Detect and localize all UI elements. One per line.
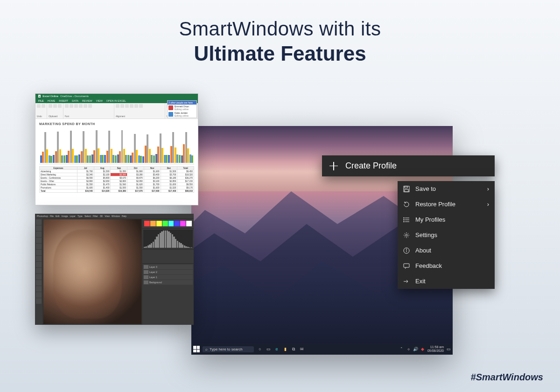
menu-item-exit[interactable]: Exit	[398, 273, 495, 289]
menu-item[interactable]: File	[50, 215, 54, 217]
tool-button[interactable]	[36, 262, 42, 267]
menu-item-label: Settings	[415, 231, 437, 238]
menu-item[interactable]: View	[105, 215, 110, 217]
menu-item-label: Save to	[415, 185, 436, 192]
tool-button[interactable]	[36, 244, 42, 249]
context-menu: Save to › Restore Profile › My Profiles …	[398, 181, 495, 289]
tray-volume-icon[interactable]: 🔊	[413, 347, 418, 351]
swatch[interactable]	[186, 221, 192, 226]
tool-button[interactable]	[36, 225, 42, 231]
info-icon	[403, 247, 410, 254]
tool-button[interactable]	[36, 219, 42, 225]
menu-item[interactable]: Image	[62, 215, 68, 217]
tool-button[interactable]	[36, 268, 42, 273]
menu-item-about[interactable]: About	[398, 243, 495, 258]
menu-item[interactable]: Window	[112, 215, 120, 217]
tray-network-icon[interactable]: ⟐	[406, 347, 411, 351]
swatch[interactable]	[168, 221, 174, 226]
ribbon-tab[interactable]: INSERT	[59, 99, 68, 102]
bar-chart	[39, 127, 194, 164]
svg-point-7	[404, 219, 405, 220]
menu-item-settings[interactable]: Settings	[398, 227, 495, 243]
create-profile-button[interactable]: Create Profile	[322, 155, 495, 176]
tool-button[interactable]	[36, 238, 42, 243]
swatch[interactable]	[144, 221, 150, 226]
tool-palette	[35, 218, 42, 325]
histogram-panel	[142, 228, 194, 249]
menu-item-restore-profile[interactable]: Restore Profile ›	[398, 196, 495, 212]
svg-rect-13	[404, 264, 409, 267]
swatch[interactable]	[174, 221, 180, 226]
tray-app-icon[interactable]: ◆	[420, 347, 425, 351]
search-icon: ⌕	[205, 347, 208, 351]
avatar	[168, 105, 173, 110]
taskbar-clock[interactable]: 11:58 am 05/08/2020	[427, 345, 444, 352]
ribbon-tab[interactable]: DATA	[72, 99, 78, 102]
taskbar: ⌕ Type here to search ○ ▭ e ▮ ⧉ ✉ ˄ ⟐ 🔊 …	[191, 343, 453, 355]
heading-line-2: Ultimate Features	[0, 42, 560, 65]
search-placeholder: Type here to search	[210, 347, 243, 351]
plus-icon	[329, 162, 338, 170]
chart-title: MARKETING SPEND BY MONTH	[39, 122, 194, 126]
taskbar-search[interactable]: ⌕ Type here to search	[203, 346, 254, 352]
presence-user: Emmett OrtonEditing online	[168, 105, 196, 111]
ribbon-tab[interactable]: FILE	[38, 99, 44, 102]
action-center-icon[interactable]: ▭	[446, 347, 451, 351]
layer-row[interactable]: Layer 2	[143, 270, 193, 274]
menu-item-feedback[interactable]: Feedback	[398, 258, 495, 273]
menu-item[interactable]: Filter	[93, 215, 98, 217]
restore-icon	[403, 201, 410, 208]
layer-row[interactable]: Layer 3	[143, 265, 193, 269]
ribbon-tab[interactable]: REVIEW	[82, 99, 92, 102]
explorer-icon[interactable]: ▮	[283, 347, 287, 351]
tool-button[interactable]	[36, 292, 42, 298]
cortana-icon[interactable]: ○	[258, 347, 262, 351]
menu-item[interactable]: Layer	[70, 215, 76, 217]
swatch[interactable]	[180, 221, 186, 226]
excel-app-name: Excel Online	[42, 95, 58, 98]
tool-button[interactable]	[36, 256, 42, 261]
swatch[interactable]	[156, 221, 162, 226]
menu-item[interactable]: Photoshop	[37, 215, 48, 217]
swatch[interactable]	[162, 221, 168, 226]
layer-row[interactable]: Layer 1	[143, 275, 193, 280]
start-button[interactable]	[193, 346, 200, 352]
data-table: ExpensesJulAugSepOctNovDecTotalAdvertisi…	[39, 166, 194, 193]
canvas[interactable]	[43, 219, 141, 324]
heading-line-1: SmartWindows with its	[0, 18, 560, 40]
ribbon-tab[interactable]: OPEN IN EXCEL	[106, 99, 126, 102]
menu-item[interactable]: Select	[84, 215, 91, 217]
tool-button[interactable]	[36, 250, 42, 255]
layer-row[interactable]: Background	[143, 280, 193, 285]
mail-icon[interactable]: ✉	[300, 347, 304, 351]
menu-item[interactable]: 3D	[100, 215, 103, 217]
chevron-right-icon: ›	[487, 201, 489, 208]
presence-header: 2 other people are here	[168, 101, 196, 105]
svg-point-6	[404, 217, 405, 218]
swatch[interactable]	[150, 221, 156, 226]
tool-button[interactable]	[36, 280, 42, 286]
store-icon[interactable]: ⧉	[291, 347, 296, 351]
menu-item[interactable]: Help	[122, 215, 126, 217]
menu-item-save-to[interactable]: Save to ›	[398, 181, 495, 196]
excel-window: x Excel Online OneDrive › Documents FILE…	[35, 93, 198, 205]
svg-point-12	[406, 249, 406, 249]
tool-button[interactable]	[36, 298, 42, 304]
create-profile-label: Create Profile	[345, 161, 397, 171]
tool-button[interactable]	[36, 231, 42, 237]
tool-button[interactable]	[36, 274, 42, 280]
task-view-icon[interactable]: ▭	[266, 347, 271, 351]
ribbon-tab[interactable]: VIEW	[96, 99, 103, 102]
menu-item[interactable]: Type	[77, 215, 83, 217]
page-heading: SmartWindows with its Ultimate Features	[0, 0, 560, 65]
tool-button[interactable]	[36, 286, 42, 292]
menu-item-my-profiles[interactable]: My Profiles	[398, 212, 495, 227]
menu-item[interactable]: Edit	[56, 215, 60, 217]
properties-panel	[142, 249, 194, 263]
edge-icon[interactable]: e	[274, 347, 279, 351]
color-panel	[142, 218, 194, 228]
presence-user: Katie JordanEditing online	[168, 111, 196, 118]
menu-item-label: About	[415, 247, 431, 254]
tray-chevron-icon[interactable]: ˄	[399, 347, 404, 351]
ribbon-tab[interactable]: HOME	[48, 99, 56, 102]
